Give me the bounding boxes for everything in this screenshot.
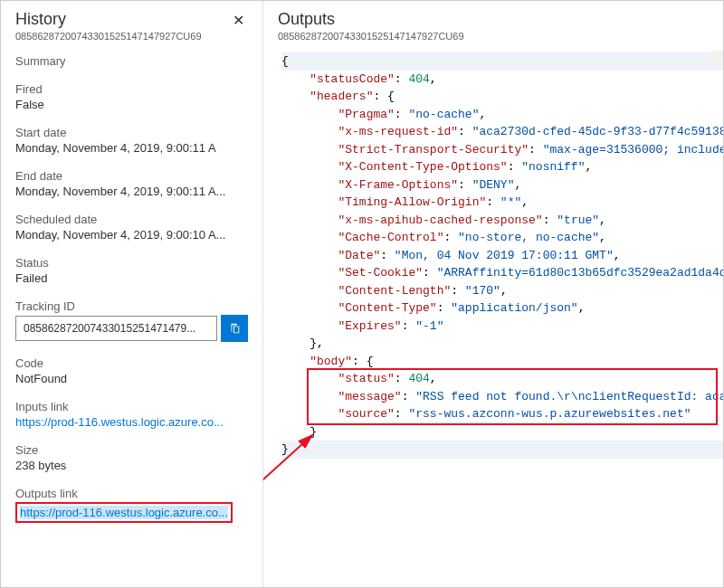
outputs-run-id: 08586287200743301525147147927CU69 bbox=[278, 31, 464, 42]
code-label: Code bbox=[15, 356, 248, 370]
start-date-value: Monday, November 4, 2019, 9:00:11 A bbox=[15, 141, 248, 155]
body-highlight-box bbox=[307, 368, 718, 425]
tracking-id-label: Tracking ID bbox=[15, 299, 248, 313]
outputs-link[interactable]: https://prod-116.westus.logic.azure.co..… bbox=[20, 506, 228, 519]
scheduled-date-value: Monday, November 4, 2019, 9:00:10 A... bbox=[15, 228, 248, 242]
end-date-value: Monday, November 4, 2019, 9:00:11 A... bbox=[15, 185, 248, 198]
tracking-id-input[interactable]: 085862872007433015251471479... bbox=[15, 316, 217, 341]
inputs-link[interactable]: https://prod-116.westus.logic.azure.co..… bbox=[15, 415, 248, 429]
code-value: NotFound bbox=[15, 372, 248, 385]
scheduled-date-label: Scheduled date bbox=[15, 213, 248, 226]
outputs-link-label: Outputs link bbox=[15, 487, 248, 500]
inputs-link-label: Inputs link bbox=[15, 400, 248, 413]
copy-button[interactable] bbox=[221, 315, 248, 342]
fired-label: Fired bbox=[15, 82, 248, 96]
outputs-title: Outputs bbox=[278, 10, 464, 29]
history-panel: History 08586287200743301525147147927CU6… bbox=[1, 1, 263, 587]
size-label: Size bbox=[15, 443, 248, 457]
status-value: Failed bbox=[15, 271, 248, 285]
outputs-panel: Outputs 08586287200743301525147147927CU6… bbox=[263, 1, 723, 587]
outputs-link-highlight: https://prod-116.westus.logic.azure.co..… bbox=[15, 502, 233, 523]
size-value: 238 bytes bbox=[15, 459, 248, 472]
fired-value: False bbox=[15, 98, 248, 111]
scrollbar-corner bbox=[710, 51, 723, 63]
json-viewer[interactable]: { "statusCode": 404, "headers": { "Pragm… bbox=[278, 51, 723, 578]
end-date-label: End date bbox=[15, 169, 248, 183]
summary-label: Summary bbox=[15, 54, 248, 68]
history-title: History bbox=[15, 10, 202, 29]
close-icon[interactable]: ✕ bbox=[229, 10, 248, 31]
copy-icon bbox=[228, 322, 241, 335]
start-date-label: Start date bbox=[15, 126, 248, 139]
history-run-id: 08586287200743301525147147927CU69 bbox=[15, 31, 202, 42]
status-label: Status bbox=[15, 256, 248, 270]
